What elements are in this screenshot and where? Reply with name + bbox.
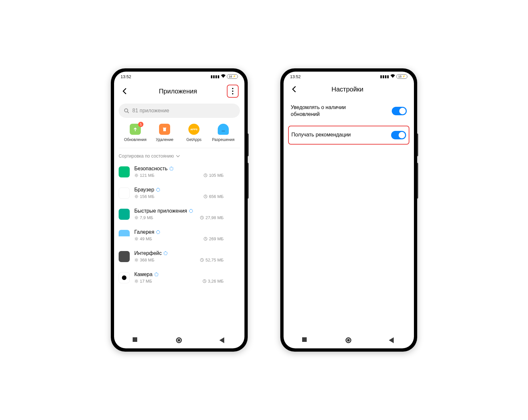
loading-spinner-icon <box>156 230 160 234</box>
app-data-size: 52,75 МБ <box>200 258 224 262</box>
quick-updates[interactable]: 5 Обновления <box>121 124 149 142</box>
search-icon <box>124 108 129 113</box>
updates-icon: 5 <box>130 124 141 135</box>
signal-icon: ▮▮▮▮ <box>211 74 220 79</box>
nav-back-button[interactable] <box>389 337 395 344</box>
svg-rect-3 <box>163 128 166 128</box>
search-placeholder: 81 приложение <box>132 108 169 114</box>
battery-badge: 15⚡ <box>396 74 407 79</box>
quick-label: Разрешения <box>212 137 234 142</box>
app-row[interactable]: Быстрые приложения 7,9 МБ 27,98 МБ <box>119 203 240 225</box>
status-bar: 13:52 ▮▮▮▮ 16⚡ <box>114 72 244 81</box>
app-icon <box>119 272 130 283</box>
nav-recent-button[interactable] <box>133 337 139 344</box>
more-menu-button[interactable] <box>227 85 239 98</box>
navbar <box>114 333 244 348</box>
app-storage-size: 49 МБ <box>134 236 152 241</box>
quick-actions: 5 Обновления Удаление APPS GetApps <box>119 124 240 148</box>
app-row[interactable]: Галерея 49 МБ 269 МБ <box>119 225 240 246</box>
setting-row: Уведомлять о наличии обновлений <box>288 100 409 122</box>
app-icon <box>119 209 130 220</box>
app-name: Галерея <box>134 229 240 235</box>
app-data-size: 3,26 МБ <box>202 279 224 284</box>
search-input[interactable]: 81 приложение <box>119 104 240 118</box>
updates-badge: 5 <box>138 122 143 127</box>
nav-home-button[interactable] <box>345 337 352 344</box>
loading-spinner-icon <box>154 273 158 276</box>
wifi-icon <box>221 74 226 79</box>
quick-label: GetApps <box>186 137 202 142</box>
setting-label: Получать рекомендации <box>291 132 351 138</box>
status-time: 13:52 <box>290 74 301 79</box>
setting-label: Уведомлять о наличии обновлений <box>291 104 369 118</box>
phone-frame-right: 13:52 ▮▮▮▮ 15⚡ Настройки Уведомлять о на… <box>280 68 417 352</box>
toggle-switch[interactable] <box>392 107 407 115</box>
nav-back-button[interactable] <box>219 337 226 344</box>
toggle-switch[interactable] <box>391 131 406 139</box>
header: Приложения <box>114 81 244 102</box>
app-data-size: 27,98 МБ <box>200 215 224 220</box>
loading-spinner-icon <box>189 209 193 213</box>
loading-spinner-icon <box>156 188 160 192</box>
app-icon <box>119 230 130 241</box>
svg-point-16 <box>136 280 137 282</box>
permissions-icon <box>218 124 229 135</box>
page-title: Настройки <box>331 86 363 93</box>
quick-getapps[interactable]: APPS GetApps <box>180 124 208 142</box>
app-storage-size: 7,9 МБ <box>134 215 153 220</box>
settings-list: Уведомлять о наличии обновлений Получать… <box>284 98 414 146</box>
app-icon <box>119 166 130 177</box>
getapps-icon: APPS <box>188 124 199 135</box>
trash-icon <box>159 124 170 135</box>
svg-rect-5 <box>222 131 225 132</box>
svg-point-10 <box>136 217 137 218</box>
app-row[interactable]: Камера 17 МБ 3,26 МБ <box>119 267 240 288</box>
nav-home-button[interactable] <box>176 337 183 344</box>
sort-dropdown[interactable]: Сортировка по состоянию <box>119 153 240 159</box>
app-list[interactable]: Безопасность 121 МБ 105 МБ Браузер 156 М… <box>114 161 244 333</box>
app-name: Интерфейс <box>134 250 240 256</box>
loading-spinner-icon <box>164 251 168 255</box>
svg-point-14 <box>136 259 137 261</box>
chevron-down-icon <box>176 153 180 159</box>
app-row[interactable]: Безопасность 121 МБ 105 МБ <box>119 161 240 182</box>
nav-recent-button[interactable] <box>302 337 309 344</box>
app-row[interactable]: Браузер 156 МБ 656 МБ <box>119 182 240 203</box>
svg-line-1 <box>127 112 129 113</box>
svg-point-12 <box>136 238 137 240</box>
app-name: Быстрые приложения <box>134 208 240 214</box>
navbar <box>284 333 414 348</box>
app-row[interactable]: Интерфейс 368 МБ 52,75 МБ <box>119 246 240 267</box>
phone-frame-left: 13:52 ▮▮▮▮ 16⚡ Приложения 81 прило <box>111 68 248 352</box>
header: Настройки <box>284 81 414 98</box>
signal-icon: ▮▮▮▮ <box>380 74 389 79</box>
back-button[interactable] <box>289 85 299 94</box>
sort-label: Сортировка по состоянию <box>119 153 174 159</box>
setting-row: Получать рекомендации <box>288 126 409 145</box>
app-name: Браузер <box>134 187 240 193</box>
back-button[interactable] <box>120 87 129 96</box>
page-title: Приложения <box>159 88 197 95</box>
wifi-icon <box>390 74 395 79</box>
svg-point-4 <box>222 127 225 131</box>
loading-spinner-icon <box>169 167 173 171</box>
quick-permissions[interactable]: Разрешения <box>209 124 237 142</box>
app-data-size: 105 МБ <box>203 173 224 178</box>
app-data-size: 269 МБ <box>203 236 224 241</box>
app-name: Безопасность <box>134 166 240 172</box>
screen-settings: 13:52 ▮▮▮▮ 15⚡ Настройки Уведомлять о на… <box>284 72 414 348</box>
app-storage-size: 156 МБ <box>134 194 154 199</box>
app-storage-size: 121 МБ <box>134 173 154 178</box>
screen-apps: 13:52 ▮▮▮▮ 16⚡ Приложения 81 прило <box>114 72 244 348</box>
quick-label: Обновления <box>124 137 146 142</box>
app-data-size: 656 МБ <box>203 194 224 199</box>
battery-badge: 16⚡ <box>227 74 238 79</box>
svg-rect-2 <box>163 128 166 131</box>
status-time: 13:52 <box>121 74 131 79</box>
status-bar: 13:52 ▮▮▮▮ 15⚡ <box>284 72 414 81</box>
quick-delete[interactable]: Удаление <box>151 124 179 142</box>
svg-point-8 <box>136 196 137 197</box>
app-icon <box>119 251 130 262</box>
quick-label: Удаление <box>156 137 173 142</box>
svg-point-0 <box>125 109 128 112</box>
